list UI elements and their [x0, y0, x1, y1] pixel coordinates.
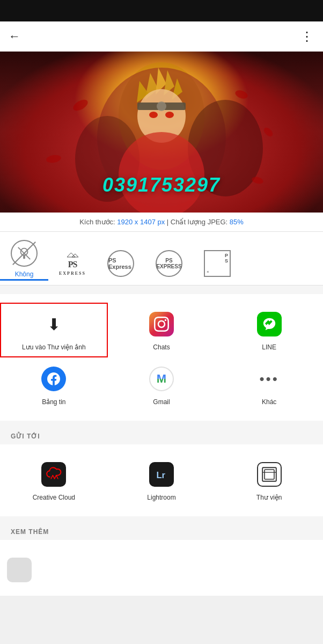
- svg-rect-21: [23, 255, 25, 259]
- line-svg: [262, 317, 277, 332]
- filter-ps3-icon: PSEXPRESS: [154, 248, 184, 279]
- image-preview: 0391753297: [0, 52, 323, 213]
- thu-vien-label: Thư viện: [256, 494, 282, 501]
- ps-express-logo-1: PSEXPRESS: [59, 259, 86, 276]
- lightroom-icon: Lr: [149, 462, 174, 487]
- lightroom-button[interactable]: Lr Lightroom: [108, 453, 216, 508]
- ps-text: PS: [225, 253, 228, 264]
- svg-point-18: [46, 154, 62, 164]
- more-icon-wrap: •••: [254, 364, 284, 394]
- svg-point-17: [262, 126, 275, 138]
- image-info-bar: Kích thước: 1920 x 1407 px | Chất lượng …: [0, 213, 323, 232]
- share-grid: ⬇ Lưu vào Thư viện ảnh Chats: [0, 294, 323, 421]
- instagram-icon-wrap: [146, 309, 177, 339]
- instagram-svg: [154, 317, 169, 332]
- more-dots-icon: •••: [260, 371, 279, 387]
- no-filter-svg: [17, 246, 32, 261]
- size-prefix: Kích thước:: [79, 218, 117, 226]
- jpeg-quality[interactable]: 85%: [230, 218, 244, 226]
- more-options-button[interactable]: ⋮: [300, 29, 314, 44]
- line-icon: [257, 312, 282, 336]
- phone-number: 0391753297: [0, 174, 323, 196]
- svg-point-16: [234, 89, 248, 100]
- cc-svg: [45, 466, 62, 483]
- lr-svg: Lr: [153, 466, 170, 483]
- save-to-library-button[interactable]: ⬇ Lưu vào Thư viện ảnh: [0, 303, 108, 357]
- gmail-button[interactable]: M Gmail: [108, 357, 216, 412]
- svg-point-15: [71, 98, 90, 113]
- gmail-label: Gmail: [153, 398, 170, 406]
- facebook-svg: [47, 372, 60, 385]
- lightroom-icon-wrap: Lr: [146, 459, 177, 489]
- svg-point-20: [20, 248, 27, 255]
- bottom-app-icon: [7, 558, 32, 582]
- thu-vien-button[interactable]: Thư viện: [215, 453, 323, 508]
- separator: | Chất lượng JPEG:: [165, 218, 230, 226]
- tv-svg: [261, 466, 278, 483]
- line-label: LINE: [262, 343, 276, 351]
- svg-rect-28: [265, 470, 274, 479]
- creative-cloud-label: Creative Cloud: [33, 494, 75, 501]
- filter-ps1[interactable]: PSEXPRESS: [48, 248, 97, 281]
- ps-express-text-2: PS Express: [108, 257, 133, 270]
- more-button[interactable]: ••• Khác: [215, 357, 323, 412]
- creative-cloud-icon-wrap: [39, 459, 69, 489]
- instagram-label: Chats: [153, 343, 170, 351]
- image-preview-inner: 0391753297: [0, 52, 323, 213]
- bottom-app-item[interactable]: [0, 548, 39, 591]
- lightroom-label: Lightroom: [147, 494, 175, 501]
- svg-point-13: [165, 112, 174, 118]
- download-icon: ⬇: [47, 315, 61, 334]
- thu-vien-icon-wrap: [254, 459, 284, 489]
- line-icon-wrap: [254, 309, 284, 339]
- gmail-m-letter: M: [157, 372, 166, 386]
- instagram-chats-button[interactable]: Chats: [108, 303, 216, 357]
- bottom-row: [0, 540, 323, 596]
- gmail-icon-wrap: M: [146, 364, 177, 394]
- save-icon-wrap: ⬇: [39, 309, 69, 339]
- x-text: ×: [207, 269, 209, 274]
- mountain-icon: [64, 251, 80, 259]
- ps-express-text-3: PSEXPRESS: [156, 258, 181, 269]
- svg-point-12: [149, 112, 158, 118]
- apps-grid: Creative Cloud Lr Lightroom: [0, 444, 323, 516]
- status-bar: [0, 0, 323, 21]
- facebook-icon: [41, 367, 66, 391]
- ps-express-circle: PS Express: [107, 250, 134, 277]
- creative-cloud-button[interactable]: Creative Cloud: [0, 453, 108, 508]
- svg-point-11: [157, 101, 166, 111]
- save-to-library-label: Lưu vào Thư viện ảnh: [22, 343, 86, 351]
- facebook-button[interactable]: Bảng tin: [0, 357, 108, 412]
- filter-ps3[interactable]: PSEXPRESS: [145, 248, 193, 281]
- creative-cloud-icon: [41, 462, 66, 487]
- line-button[interactable]: LINE: [215, 303, 323, 357]
- more-label: Khác: [262, 398, 276, 406]
- facebook-label: Bảng tin: [42, 398, 65, 406]
- gui-toi-header: GỬI TỚI: [0, 425, 323, 444]
- filter-ps2[interactable]: PS Express: [97, 248, 145, 281]
- filter-none-label: Không: [15, 270, 34, 278]
- ps-express-box: PS ×: [204, 250, 231, 277]
- svg-text:Lr: Lr: [156, 470, 165, 480]
- xem-them-header: XEM THÊM: [0, 521, 323, 540]
- ps-express-badge: PSEXPRESS: [156, 250, 182, 277]
- thu-vien-icon: [257, 462, 282, 487]
- filter-row: Không PSEXPRESS PS Express: [0, 232, 323, 286]
- back-button[interactable]: ←: [9, 30, 20, 43]
- filter-none[interactable]: Không: [0, 238, 48, 281]
- facebook-icon-wrap: [39, 364, 69, 394]
- share-section: ⬇ Lưu vào Thư viện ảnh Chats: [0, 286, 323, 596]
- bottom-app-icon-wrap: [4, 555, 34, 585]
- no-filter-circle: [11, 240, 38, 267]
- filter-ps2-icon: PS Express: [106, 248, 136, 279]
- filter-ps1-icon: PSEXPRESS: [57, 248, 87, 279]
- filter-ps4[interactable]: PS ×: [193, 248, 241, 281]
- instagram-icon: [149, 312, 174, 336]
- top-navigation: ← ⋮: [0, 21, 323, 52]
- gmail-icon: M: [149, 367, 174, 391]
- image-dimensions[interactable]: 1920 x 1407 px: [117, 218, 165, 226]
- filter-ps4-icon: PS ×: [202, 248, 232, 279]
- filter-none-icon: [9, 238, 39, 268]
